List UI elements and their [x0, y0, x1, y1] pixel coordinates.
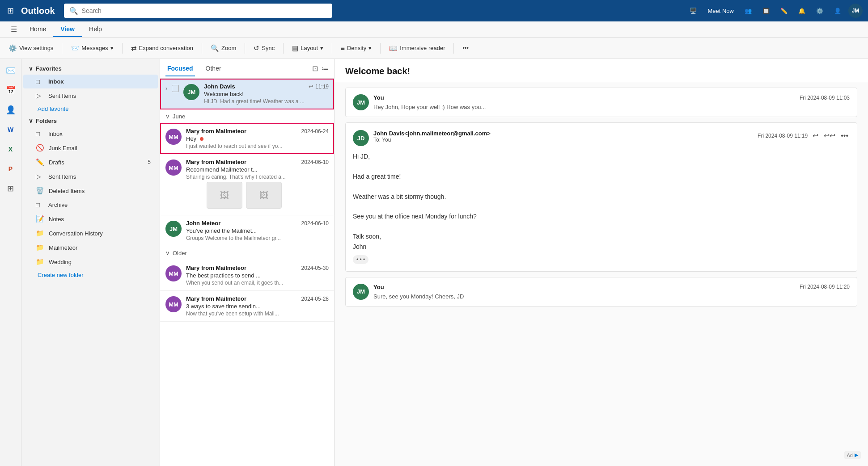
email-item-1[interactable]: › JM John Davis ↩ 11:19 Welcome back! Hi…: [160, 79, 334, 109]
density-dropdown-icon: ▾: [368, 45, 372, 51]
sidebar-item-drafts[interactable]: ✏️ Drafts 5: [23, 155, 158, 169]
favorites-header[interactable]: ∨ Favorites: [21, 63, 160, 75]
email-item-6[interactable]: MM Mary from Mailmeteor 2024-05-28 3 way…: [160, 291, 334, 322]
excel-icon[interactable]: X: [3, 141, 19, 157]
sidebar-item-sent-favorites[interactable]: ▷ Sent Items: [23, 88, 158, 103]
monitor-icon[interactable]: 🖥️: [686, 6, 700, 16]
message-1-sender: You: [373, 94, 384, 101]
message-3-date: Fri 2024-08-09 11:20: [800, 284, 850, 290]
sort-icon[interactable]: ≔: [322, 64, 329, 73]
title-bar: ⊞ Outlook 🔍 🖥️ Meet Now 👥 🔲 ✏️ 🔔 ⚙️ 👤 JM: [0, 0, 868, 21]
more-options-button[interactable]: •••: [457, 42, 474, 54]
messages-icon: 📨: [71, 44, 79, 52]
email-list-body: › JM John Davis ↩ 11:19 Welcome back! Hi…: [160, 79, 334, 466]
sidebar-item-sent[interactable]: ▷ Sent Items: [23, 169, 158, 184]
tab-focused[interactable]: Focused: [165, 61, 195, 76]
group-header-june[interactable]: ∨ June: [160, 109, 334, 123]
expand-thread-icon[interactable]: ›: [165, 83, 167, 105]
email-sender-5: Mary from Mailmeteor: [186, 264, 246, 271]
add-favorite-link[interactable]: Add favorite: [21, 103, 160, 115]
sidebar-item-junk[interactable]: 🚫 Junk Email: [23, 141, 158, 155]
notification-icon[interactable]: 🔔: [795, 6, 809, 16]
folders-header[interactable]: ∨ Folders: [21, 115, 160, 127]
email-preview-4: Groups Welcome to the Mailmeteor gr...: [186, 235, 329, 241]
email-preview-5: When you send out an email, it goes th..…: [186, 280, 329, 286]
play-icon[interactable]: ▶: [855, 452, 858, 458]
layout-icon: ▤: [292, 44, 298, 52]
people-icon[interactable]: 👤: [3, 102, 19, 118]
title-bar-actions: 🖥️ Meet Now 👥 🔲 ✏️ 🔔 ⚙️ 👤 JM: [686, 4, 863, 18]
copilot-icon[interactable]: ✏️: [777, 6, 791, 16]
user-avatar[interactable]: JM: [848, 4, 863, 18]
search-input[interactable]: [82, 7, 327, 14]
view-settings-button[interactable]: ⚙️ View settings: [4, 42, 58, 55]
toolbar-separator-7: [380, 43, 381, 54]
create-folder-link[interactable]: Create new folder: [21, 269, 160, 281]
profile-icon[interactable]: 👤: [830, 6, 845, 16]
group-header-older[interactable]: ∨ Older: [160, 246, 334, 260]
email-date-3: 2024-06-10: [301, 159, 329, 165]
drafts-icon: ✏️: [36, 158, 44, 166]
apps-icon[interactable]: ⊞: [3, 181, 19, 197]
mail-icon[interactable]: ✉️: [3, 63, 19, 79]
messages-button[interactable]: 📨 Messages ▾: [66, 42, 118, 55]
expand-conversation-button[interactable]: ⇄ Expand conversation: [126, 42, 198, 55]
message-2-right: Fri 2024-08-09 11:19 ↩ ↩↩ •••: [758, 130, 850, 141]
email-date-2: 2024-06-24: [301, 128, 329, 134]
sync-button[interactable]: ↺ Sync: [249, 42, 279, 55]
tab-other[interactable]: Other: [204, 61, 223, 76]
message-2-ellipsis[interactable]: • • •: [353, 255, 368, 264]
email-preview-2: I just wanted to reach out and see if yo…: [186, 143, 329, 149]
sidebar-item-archive[interactable]: □ Archive: [23, 198, 158, 212]
app-grid-icon[interactable]: ⊞: [5, 4, 16, 17]
sidebar-item-inbox-favorites[interactable]: □ Inbox: [23, 75, 158, 88]
density-button[interactable]: ≡ Density ▾: [336, 42, 377, 55]
email-preview-3: Sharing is caring. That's why I created …: [186, 174, 329, 180]
grid-icon[interactable]: 🔲: [759, 6, 773, 16]
sidebar-item-deleted[interactable]: 🗑️ Deleted Items: [23, 184, 158, 198]
toolbar-separator-2: [122, 43, 123, 54]
immersive-reader-button[interactable]: 📖 Immersive reader: [384, 42, 450, 55]
conv-history-icon: 📁: [36, 229, 44, 237]
teams-icon[interactable]: 👥: [741, 6, 755, 16]
wedding-icon: 📁: [36, 258, 44, 266]
email-item-3[interactable]: MM Mary from Mailmeteor 2024-06-10 Recom…: [160, 154, 334, 215]
email-sender-6: Mary from Mailmeteor: [186, 295, 246, 302]
message-3[interactable]: JM You Fri 2024-08-09 11:20 Sure, see yo…: [345, 277, 857, 306]
toolbar-separator-3: [202, 43, 202, 54]
message-1[interactable]: JM You Fri 2024-08-09 11:03 Hey John, Ho…: [345, 88, 857, 117]
sidebar-item-mailmeteor[interactable]: 📁 Mailmeteor: [23, 240, 158, 255]
zoom-button[interactable]: 🔍 Zoom: [206, 42, 241, 55]
settings-icon[interactable]: ⚙️: [813, 6, 827, 16]
hamburger-icon[interactable]: ☰: [5, 21, 22, 37]
msg-avatar-you-3: JM: [353, 284, 369, 300]
word-icon[interactable]: W: [3, 122, 19, 138]
filter-icon[interactable]: ⊡: [312, 64, 318, 73]
email-image-1: 🖼: [207, 182, 242, 209]
archive-icon: □: [36, 201, 44, 209]
message-2-date: Fri 2024-08-09 11:19: [758, 133, 808, 139]
email-item-2[interactable]: MM Mary from Mailmeteor 2024-06-24 Hey I…: [160, 123, 334, 154]
reply-action-icon[interactable]: ↩: [811, 130, 820, 141]
email-item-4[interactable]: JM John Meteor 2024-06-10 You've joined …: [160, 215, 334, 246]
sidebar-item-notes[interactable]: 📝 Notes: [23, 212, 158, 226]
email-item-5[interactable]: MM Mary from Mailmeteor 2024-05-30 The b…: [160, 260, 334, 291]
chevron-down-icon: ∨: [29, 65, 33, 72]
sidebar-item-inbox[interactable]: □ Inbox: [23, 127, 158, 141]
calendar-icon[interactable]: 📅: [3, 82, 19, 98]
powerpoint-icon[interactable]: P: [3, 161, 19, 177]
sidebar-item-wedding[interactable]: 📁 Wedding: [23, 255, 158, 269]
nav-view[interactable]: View: [53, 21, 82, 37]
meet-now-button[interactable]: Meet Now: [704, 6, 737, 16]
more-actions-icon[interactable]: •••: [839, 130, 850, 141]
avatar-mm-6: MM: [165, 296, 182, 312]
email-checkbox-1[interactable]: [172, 85, 179, 92]
reply-all-action-icon[interactable]: ↩↩: [822, 130, 837, 141]
nav-help[interactable]: Help: [82, 21, 109, 37]
email-tabs: Focused Other ⊡ ≔: [160, 59, 334, 79]
deleted-icon: 🗑️: [36, 187, 44, 195]
sidebar-item-conversation-history[interactable]: 📁 Conversation History: [23, 226, 158, 240]
nav-home[interactable]: Home: [22, 21, 53, 37]
layout-button[interactable]: ▤ Layout ▾: [287, 42, 328, 55]
message-1-body: You Fri 2024-08-09 11:03 Hey John, Hope …: [373, 94, 850, 110]
